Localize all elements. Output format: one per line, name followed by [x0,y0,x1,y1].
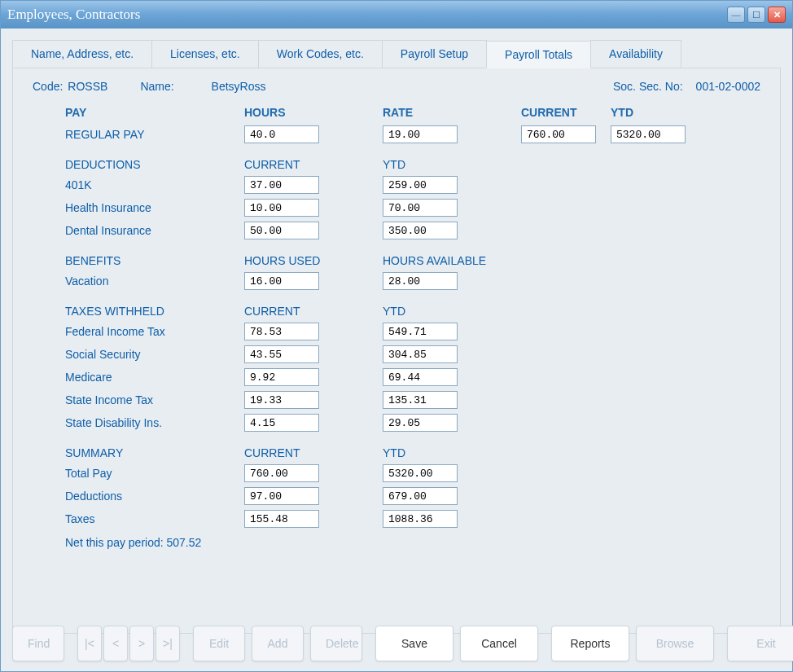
summary-header-row: SUMMARY CURRENT YTD [33,446,760,459]
deduction-401k-ytd[interactable] [383,176,458,194]
deduction-401k-current[interactable] [244,176,319,194]
add-button[interactable]: Add [252,626,304,661]
taxes-col-ytd: YTD [383,305,521,318]
tab-bar: Name, Address, etc. Licenses, etc. Work … [12,40,781,68]
summary-label: Taxes [33,512,244,525]
tax-sdi-current[interactable] [244,414,319,432]
summary-row-deductions: Deductions [33,487,760,505]
close-button[interactable]: ✕ [768,7,786,23]
deduction-label: Dental Insurance [33,224,244,237]
deductions-col-current: CURRENT [244,158,383,171]
deductions-header-row: DEDUCTIONS CURRENT YTD [33,158,760,171]
tax-label: Medicare [33,371,244,384]
tab-panel: Code: ROSSB Name: BetsyRoss Soc. Sec. No… [12,68,781,634]
browse-button[interactable]: Browse [636,626,714,661]
regular-rate-input[interactable] [383,125,458,143]
tax-medicare-current[interactable] [244,368,319,386]
deduction-dental-current[interactable] [244,222,319,239]
tax-sdi-ytd[interactable] [383,414,458,432]
hours-header: HOURS [244,106,383,119]
tab-name-address[interactable]: Name, Address, etc. [12,40,152,68]
summary-taxes-ytd[interactable] [383,510,458,528]
summary-label: Total Pay [33,467,244,480]
tax-medicare-ytd[interactable] [383,368,458,386]
tab-payroll-setup[interactable]: Payroll Setup [382,40,487,68]
window-title: Employees, Contractors [7,7,727,23]
benefits-col-used: HOURS USED [244,254,383,267]
deduction-row-401k: 401K [33,176,760,194]
employee-info-row: Code: ROSSB Name: BetsyRoss Soc. Sec. No… [33,80,760,93]
ssn-value: 001-02-0002 [696,80,760,93]
benefits-header-row: BENEFITS HOURS USED HOURS AVAILABLE [33,254,760,267]
find-button[interactable]: Find [12,626,64,661]
tab-availability[interactable]: Availability [590,40,681,68]
deduction-dental-ytd[interactable] [383,222,458,239]
summary-totalpay-current[interactable] [244,464,319,482]
benefits-header: BENEFITS [33,254,244,267]
tab-work-codes[interactable]: Work Codes, etc. [258,40,383,68]
tab-licenses[interactable]: Licenses, etc. [151,40,259,68]
app-window: Employees, Contractors — ☐ ✕ Name, Addre… [0,0,793,672]
tax-federal-ytd[interactable] [383,323,458,340]
nav-last-button[interactable]: >| [156,626,180,661]
regular-pay-row: REGULAR PAY [33,125,760,143]
edit-button[interactable]: Edit [193,626,245,661]
save-button[interactable]: Save [375,626,453,661]
taxes-col-current: CURRENT [244,305,383,318]
pay-header: PAY [33,106,244,119]
tax-ss-current[interactable] [244,345,319,363]
tax-federal-current[interactable] [244,323,319,340]
summary-row-totalpay: Total Pay [33,464,760,482]
nav-next-button[interactable]: > [129,626,154,661]
summary-deductions-ytd[interactable] [383,487,458,505]
name-value: BetsyRoss [212,80,266,93]
summary-taxes-current[interactable] [244,510,319,528]
summary-deductions-current[interactable] [244,487,319,505]
regular-current-input[interactable] [521,125,596,143]
deductions-header: DEDUCTIONS [33,158,244,171]
tax-state-ytd[interactable] [383,391,458,409]
tax-row-medicare: Medicare [33,368,760,386]
maximize-button[interactable]: ☐ [747,7,765,23]
summary-col-current: CURRENT [244,446,383,459]
taxes-header: TAXES WITHHELD [33,305,244,318]
summary-label: Deductions [33,490,244,503]
tab-payroll-totals[interactable]: Payroll Totals [486,41,591,68]
current-header: CURRENT [521,106,611,119]
code-value: ROSSB [68,80,107,93]
nav-first-button[interactable]: |< [77,626,102,661]
deduction-row-dental: Dental Insurance [33,222,760,239]
summary-totalpay-ytd[interactable] [383,464,458,482]
tax-row-federal: Federal Income Tax [33,323,760,340]
deduction-row-health: Health Insurance [33,199,760,217]
button-bar: Find |< < > >| Edit Add Delete Save Canc… [12,626,781,661]
benefits-col-avail: HOURS AVAILABLE [383,254,521,267]
vacation-avail-input[interactable] [383,272,458,290]
regular-ytd-input[interactable] [611,125,686,143]
benefit-label: Vacation [33,275,244,288]
tax-state-current[interactable] [244,391,319,409]
taxes-header-row: TAXES WITHHELD CURRENT YTD [33,305,760,318]
deduction-health-ytd[interactable] [383,199,458,217]
name-label: Name: [140,80,173,93]
reports-button[interactable]: Reports [551,626,629,661]
cancel-button[interactable]: Cancel [460,626,538,661]
nav-prev-button[interactable]: < [103,626,128,661]
tax-label: Social Security [33,348,244,361]
tax-label: Federal Income Tax [33,325,244,338]
ytd-header: YTD [611,106,700,119]
vacation-used-input[interactable] [244,272,319,290]
body-area: Name, Address, etc. Licenses, etc. Work … [1,29,792,671]
delete-button[interactable]: Delete [310,626,362,661]
titlebar: Employees, Contractors — ☐ ✕ [1,1,792,29]
minimize-button[interactable]: — [727,7,745,23]
regular-hours-input[interactable] [244,125,319,143]
tax-label: State Disability Ins. [33,416,244,429]
benefit-row-vacation: Vacation [33,272,760,290]
rate-header: RATE [383,106,521,119]
deduction-health-current[interactable] [244,199,319,217]
exit-button[interactable]: Exit [727,626,793,661]
tax-ss-ytd[interactable] [383,345,458,363]
deduction-label: Health Insurance [33,201,244,214]
tax-row-ss: Social Security [33,345,760,363]
